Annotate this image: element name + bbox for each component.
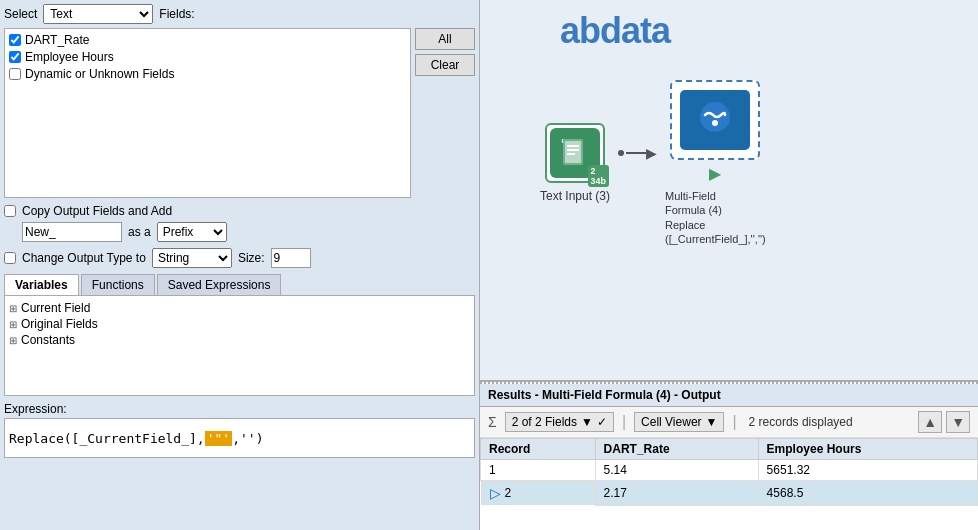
select-dropdown[interactable]: Text [43,4,153,24]
size-input[interactable] [271,248,311,268]
row1-record: 1 [481,460,596,481]
expression-container: Replace([_CurrentField_],'"','') [4,418,475,458]
tab-functions[interactable]: Functions [81,274,155,295]
tree-item-constants[interactable]: ⊞ Constants [9,332,470,348]
row2-employee-hours: 4568.5 [758,481,977,506]
col-employee-hours: Employee Hours [758,439,977,460]
arrow-line [626,152,646,154]
expression-display[interactable]: Replace([_CurrentField_],'"','') [4,418,475,458]
svg-rect-4 [567,153,575,155]
row1-employee-hours: 5651.32 [758,460,977,481]
as-a-label: as a [128,225,151,239]
canvas-area: abdata [480,0,978,380]
fields-count-text: 2 of 2 Fields [512,415,577,429]
size-label: Size: [238,251,265,265]
output-type-row: Change Output Type to String Size: [4,248,475,268]
fields-selector-arrow: ▼ [581,415,593,429]
svg-rect-3 [567,149,579,151]
separator-1: | [622,413,626,431]
svg-rect-1 [565,141,581,163]
text-input-node[interactable]: 234b Text Input (3) [540,123,610,203]
col-record: Record [481,439,596,460]
tabs-row: Variables Functions Saved Expressions [4,274,475,296]
output-type-checkbox[interactable] [4,252,16,264]
nav-up-button[interactable]: ▲ [918,411,942,433]
fields-selector[interactable]: 2 of 2 Fields ▼ ✓ [505,412,614,432]
funnel-icon [695,97,735,143]
all-button[interactable]: All [415,28,475,50]
data-table: Record DART_Rate Employee Hours 1 5.14 5… [480,438,978,506]
fields-area: DART_Rate Employee Hours Dynamic or Unkn… [4,28,475,198]
book-icon [559,137,591,169]
col-dart-rate: DART_Rate [595,439,758,460]
abdata-logo: abdata [560,10,670,52]
row2-dart-rate: 2.17 [595,481,758,506]
expression-highlight: '"' [205,431,232,446]
string-select[interactable]: String [152,248,232,268]
cell-viewer-text: Cell Viewer [641,415,701,429]
arrow-head: ▶ [646,145,657,161]
checkboxes-panel: DART_Rate Employee Hours Dynamic or Unkn… [4,28,411,198]
select-row: Select Text Fields: [4,4,475,24]
checkbox-employee-hours-label: Employee Hours [25,50,114,64]
checkbox-dynamic-fields[interactable]: Dynamic or Unknown Fields [9,67,406,81]
sigma-icon: Σ [488,414,497,430]
fields-label: Fields: [159,7,194,21]
checkbox-dynamic-fields-input[interactable] [9,68,21,80]
prefix-select[interactable]: Prefix [157,222,227,242]
tree-expand-icon-3: ⊞ [9,335,17,346]
cell-viewer-select[interactable]: Cell Viewer ▼ [634,412,724,432]
copy-row: Copy Output Fields and Add [4,204,475,218]
row2-record: ▷ 2 [481,481,595,505]
copy-label: Copy Output Fields and Add [22,204,172,218]
right-panel: abdata [480,0,978,530]
tree-item-current-field[interactable]: ⊞ Current Field [9,300,470,316]
row1-dart-rate: 5.14 [595,460,758,481]
separator-2: | [732,413,736,431]
records-count: 2 records displayed [749,415,853,429]
node-badge: 234b [588,165,610,187]
tab-variables[interactable]: Variables [4,274,79,295]
check-icon: ✓ [597,415,607,429]
checkbox-dart-rate-input[interactable] [9,34,21,46]
text-input-icon-box: 234b [545,123,605,183]
tab-content: ⊞ Current Field ⊞ Original Fields ⊞ Cons… [4,296,475,396]
expression-text-before: Replace([_CurrentField_], [9,431,205,446]
svg-rect-2 [567,145,579,147]
results-panel: Results - Multi-Field Formula (4) - Outp… [480,380,978,530]
checkbox-dart-rate-label: DART_Rate [25,33,89,47]
all-clear-buttons: All Clear [415,28,475,198]
mff-arrow-right-container: ▶ [709,164,721,183]
node-icon-blue [680,90,750,150]
logo-ab: ab [560,10,600,51]
logo-data: data [600,10,670,51]
mff-icon-box [670,80,760,160]
prefix-row: as a Prefix [22,222,475,242]
checkbox-dart-rate[interactable]: DART_Rate [9,33,406,47]
mff-node[interactable]: ▶ Multi-FieldFormula (4)Replace([_Curren… [665,80,766,246]
clear-button[interactable]: Clear [415,54,475,76]
prefix-input[interactable] [22,222,122,242]
nav-down-button[interactable]: ▼ [946,411,970,433]
tree-expand-icon: ⊞ [9,303,17,314]
tree-item-original-fields[interactable]: ⊞ Original Fields [9,316,470,332]
checkbox-employee-hours-input[interactable] [9,51,21,63]
left-panel: Select Text Fields: DART_Rate Employee H… [0,0,480,530]
expression-label: Expression: [4,402,475,416]
table-row[interactable]: 1 5.14 5651.32 [481,460,978,481]
arrow-dot [618,150,624,156]
row-icon: ▷ [490,485,501,501]
table-header-row: Record DART_Rate Employee Hours [481,439,978,460]
mff-green-arrow: ▶ [709,164,721,183]
results-header: Results - Multi-Field Formula (4) - Outp… [480,384,978,407]
tree-expand-icon-2: ⊞ [9,319,17,330]
mff-node-label: Multi-FieldFormula (4)Replace([_CurrentF… [665,189,766,246]
table-row[interactable]: ▷ 2 2.17 4568.5 [481,481,978,506]
checkbox-dynamic-fields-label: Dynamic or Unknown Fields [25,67,174,81]
cell-viewer-arrow: ▼ [706,415,718,429]
checkbox-employee-hours[interactable]: Employee Hours [9,50,406,64]
tab-saved-expressions[interactable]: Saved Expressions [157,274,282,295]
output-type-label: Change Output Type to [22,251,146,265]
text-input-node-label: Text Input (3) [540,189,610,203]
copy-checkbox[interactable] [4,205,16,217]
